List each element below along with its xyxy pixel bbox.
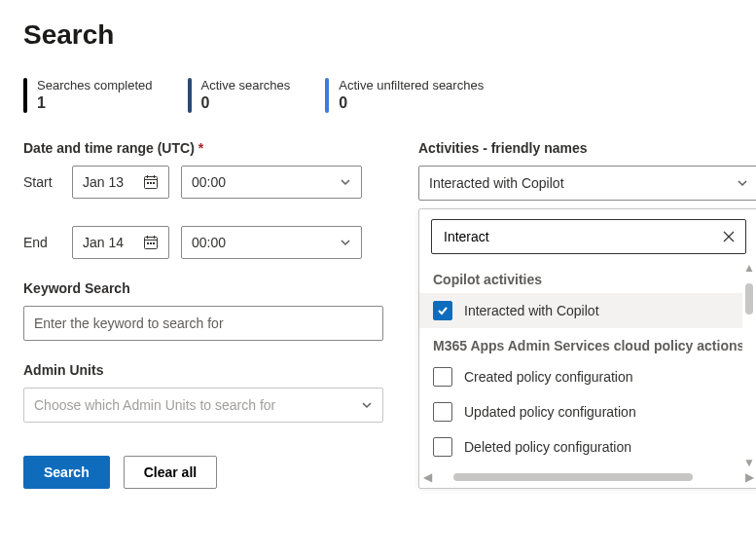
date-range-text: Date and time range (UTC)	[23, 140, 195, 156]
horizontal-scrollbar[interactable]: ◀ ▶	[419, 468, 756, 486]
stat-label: Active searches	[201, 78, 291, 93]
stat-active-unfiltered: Active unfiltered searches 0	[325, 78, 484, 113]
chevron-down-icon	[361, 399, 373, 411]
svg-rect-4	[147, 182, 149, 184]
activity-item-updated-policy[interactable]: Updated policy configuration	[419, 394, 742, 429]
calendar-icon	[143, 235, 159, 250]
clear-all-button[interactable]: Clear all	[124, 456, 217, 489]
svg-rect-11	[147, 242, 149, 244]
end-time-input[interactable]: 00:00	[181, 226, 362, 259]
activities-select[interactable]: Interacted with Copilot	[418, 166, 756, 201]
scroll-left-icon[interactable]: ◀	[423, 470, 432, 484]
checkbox-icon	[433, 301, 452, 320]
stat-label: Searches completed	[37, 78, 153, 93]
stat-value: 0	[201, 94, 291, 112]
keyword-input[interactable]	[23, 306, 383, 341]
activity-item-label: Created policy configuration	[464, 369, 633, 385]
stat-value: 1	[37, 94, 153, 112]
calendar-icon	[143, 174, 159, 190]
svg-rect-12	[150, 242, 152, 244]
required-marker: *	[198, 140, 203, 156]
end-label: End	[23, 235, 60, 250]
scroll-right-icon[interactable]: ▶	[745, 470, 754, 484]
admin-units-label: Admin Units	[23, 362, 383, 378]
activities-group-header: M365 Apps Admin Services cloud policy ac…	[419, 328, 742, 359]
activity-item-label: Updated policy configuration	[464, 404, 636, 420]
scroll-up-icon[interactable]: ▲	[743, 262, 755, 274]
activity-item-deleted-policy[interactable]: Deleted policy configuration	[419, 429, 742, 464]
activities-selected-value: Interacted with Copilot	[429, 175, 564, 191]
stat-value: 0	[339, 94, 484, 112]
activities-group-header: Copilot activities	[419, 262, 742, 293]
search-button[interactable]: Search	[23, 456, 110, 489]
checkbox-icon	[433, 402, 452, 422]
chevron-down-icon	[340, 176, 351, 188]
svg-rect-13	[153, 242, 155, 244]
stat-active-searches: Active searches 0	[188, 78, 291, 113]
activities-label: Activities - friendly names	[418, 140, 756, 156]
keyword-label: Keyword Search	[23, 280, 383, 296]
activities-search-input[interactable]	[442, 228, 722, 245]
end-time-value: 00:00	[192, 235, 226, 250]
page-title: Search	[23, 19, 733, 51]
start-label: Start	[23, 174, 60, 190]
scrollbar-track[interactable]	[745, 274, 753, 457]
activity-item-label: Deleted policy configuration	[464, 439, 631, 455]
stat-bar	[23, 78, 27, 113]
chevron-down-icon	[737, 177, 748, 189]
date-range-label: Date and time range (UTC) *	[23, 140, 383, 156]
start-time-input[interactable]: 00:00	[181, 166, 362, 199]
activities-list: Copilot activities Interacted with Copil…	[419, 262, 756, 468]
vertical-scrollbar[interactable]: ▲ ▼	[742, 262, 756, 468]
scrollbar-track[interactable]	[436, 473, 741, 481]
start-date-value: Jan 13	[83, 174, 124, 190]
close-icon[interactable]	[722, 230, 736, 243]
admin-units-select[interactable]: Choose which Admin Units to search for	[23, 388, 383, 423]
end-date-value: Jan 14	[83, 235, 124, 250]
start-time-value: 00:00	[192, 174, 226, 190]
chevron-down-icon	[340, 237, 351, 248]
end-date-input[interactable]: Jan 14	[72, 226, 169, 259]
checkbox-icon	[433, 367, 452, 387]
scroll-down-icon[interactable]: ▼	[743, 457, 755, 468]
svg-rect-5	[150, 182, 152, 184]
activities-dropdown: Copilot activities Interacted with Copil…	[418, 208, 756, 489]
stat-searches-completed: Searches completed 1	[23, 78, 153, 113]
svg-rect-6	[153, 182, 155, 184]
activity-item-interacted-copilot[interactable]: Interacted with Copilot	[419, 293, 742, 328]
scrollbar-thumb[interactable]	[453, 473, 693, 481]
stats-row: Searches completed 1 Active searches 0 A…	[23, 78, 733, 113]
checkbox-icon	[433, 437, 452, 457]
admin-units-placeholder: Choose which Admin Units to search for	[34, 397, 275, 413]
activity-item-label: Interacted with Copilot	[464, 303, 599, 318]
stat-label: Active unfiltered searches	[339, 78, 484, 93]
stat-bar	[325, 78, 329, 113]
stat-bar	[188, 78, 192, 113]
start-date-input[interactable]: Jan 13	[72, 166, 169, 199]
activity-item-created-policy[interactable]: Created policy configuration	[419, 359, 742, 394]
scrollbar-thumb[interactable]	[745, 283, 753, 315]
activities-search[interactable]	[431, 219, 746, 254]
